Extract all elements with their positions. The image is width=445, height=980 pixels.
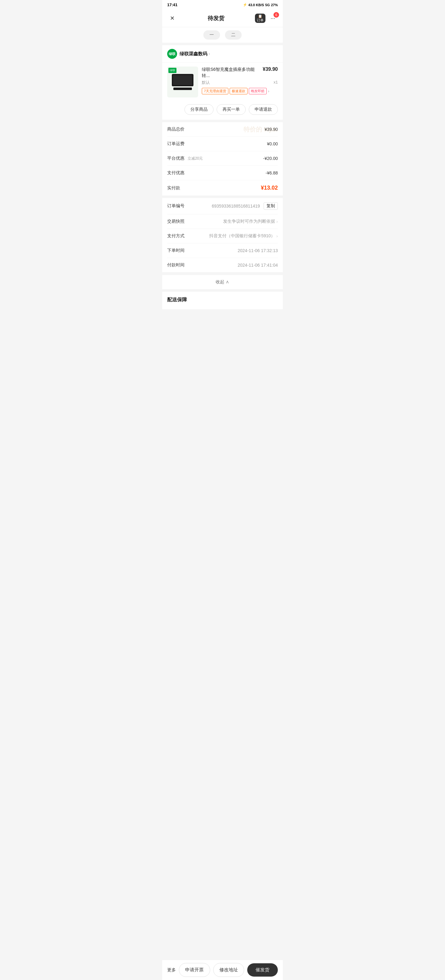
trade-value-container: 发生争议时可作为判断依据 › (223, 219, 278, 224)
order-row-pay-time: 付款时间 2024-11-06 17:41:04 (167, 258, 278, 272)
product-quantity: x1 (274, 80, 278, 84)
pay-discount-label: 支付优惠 (167, 170, 184, 176)
total-label: 商品总价 (167, 127, 184, 132)
product-device-base (173, 88, 192, 90)
notification-count: 6 (276, 13, 277, 17)
hint-label-2: 二 (231, 32, 236, 37)
header: ✕ 待发货 📋 订单 ··· 6 (162, 10, 283, 27)
bottom-spacer (162, 309, 283, 334)
signal-icon: 5G (265, 3, 270, 7)
status-bar: 17:41 ⚡ 43.0 KB/S 5G 27% (162, 0, 283, 10)
product-brand-badge: 绿联 (168, 68, 176, 73)
hint-label-1: 一 (209, 32, 214, 37)
bluetooth-icon: ⚡ (243, 3, 247, 7)
order-label: 订单 (257, 18, 264, 22)
trade-value: 发生争议时可作为判断依据 (223, 219, 275, 224)
trade-arrow-icon: › (276, 219, 278, 224)
product-image-inner: 绿联 (167, 67, 198, 97)
order-row-number: 订单编号 69359336188516811419 复制 (167, 198, 278, 215)
order-row-trade[interactable]: 交易快照 发生争议时可作为判断依据 › (167, 215, 278, 229)
shop-name: 绿联渠鑫数码 (179, 51, 207, 57)
status-icons: ⚡ 43.0 KB/S 5G 27% (243, 3, 278, 7)
shop-section: 绿联 绿联渠鑫数码 › 绿联 绿联S6智充魔盒插座多功能转... ¥39.90 … (162, 45, 283, 120)
price-row-pay-discount: 支付优惠 -¥6.88 (167, 166, 278, 180)
scroll-hint-item-2: 二 (225, 30, 242, 40)
shop-header[interactable]: 绿联 绿联渠鑫数码 › (162, 45, 283, 63)
order-row-pay-method[interactable]: 支付方式 抖音支付（中国银行储蓄卡5910） › (167, 229, 278, 243)
product-title: 绿联S6智充魔盒插座多功能转... (202, 67, 260, 79)
tag-fast: 晚发即赔 (249, 88, 267, 94)
shop-logo-text: 绿联 (169, 52, 176, 56)
platform-value: -¥20.00 (263, 156, 278, 161)
share-button[interactable]: 分享商品 (184, 104, 214, 115)
order-badge[interactable]: 📋 订单 (255, 14, 266, 23)
pay-time-label: 付款时间 (167, 262, 184, 268)
close-button[interactable]: ✕ (167, 13, 177, 23)
product-image: 绿联 (167, 67, 198, 97)
product-price: ¥39.90 (263, 67, 278, 72)
product-info: 绿联S6智充魔盒插座多功能转... ¥39.90 默认 x1 7天无理由退货 极… (202, 67, 278, 97)
product-tags: 7天无理由退货 极速退款 晚发即赔 › (202, 88, 278, 94)
price-detail: 商品总价 特价的 tejia. ¥39.90 订单运费 ¥0.00 平台优惠 立… (162, 122, 283, 196)
rebuy-button[interactable]: 再买一单 (217, 104, 245, 115)
collapse-button[interactable]: 收起 ∧ (162, 275, 283, 289)
order-no-value-container: 69359336188516811419 复制 (212, 202, 278, 210)
tag-refund: 极速退款 (230, 88, 247, 94)
product-variant: 默认 x1 (202, 80, 278, 85)
price-row-shipping: 订单运费 ¥0.00 (167, 137, 278, 151)
address-section-title: 配送保障 (167, 297, 278, 303)
status-time: 17:41 (167, 3, 177, 7)
product-item: 绿联 绿联S6智充魔盒插座多功能转... ¥39.90 默认 x1 7天无理由退… (162, 63, 283, 101)
pay-discount-value: -¥6.88 (266, 170, 278, 175)
action-buttons: 分享商品 再买一单 申请退款 (162, 101, 283, 120)
order-no-value: 69359336188516811419 (212, 204, 260, 208)
scroll-hint: 一 二 (162, 27, 283, 43)
product-device-icon (172, 74, 193, 86)
copy-button[interactable]: 复制 (264, 202, 278, 210)
notification-wrapper: ··· 6 (268, 13, 278, 23)
shop-arrow-icon: › (209, 52, 210, 56)
scroll-hint-item-1: 一 (203, 30, 220, 40)
actual-value: ¥13.02 (261, 185, 278, 191)
order-time-value: 2024-11-06 17:32:13 (238, 248, 278, 253)
shipping-label: 订单运费 (167, 141, 184, 146)
address-section: 配送保障 (162, 292, 283, 309)
price-row-actual: 实付款 ¥13.02 (167, 180, 278, 196)
order-icon: 📋 (258, 14, 262, 18)
tags-more-icon: › (268, 88, 269, 94)
pay-method-label: 支付方式 (167, 233, 184, 239)
total-value: ¥39.90 (264, 127, 278, 132)
price-rows-container: 商品总价 特价的 tejia. ¥39.90 订单运费 ¥0.00 平台优惠 立… (167, 122, 278, 196)
order-detail: 订单编号 69359336188516811419 复制 交易快照 发生争议时可… (162, 198, 283, 272)
shop-logo: 绿联 (167, 49, 177, 59)
price-row-total: 商品总价 特价的 tejia. ¥39.90 (167, 122, 278, 137)
battery-icon: 27% (271, 3, 278, 7)
tag-return: 7天无理由退货 (202, 88, 228, 94)
refund-button[interactable]: 申请退款 (249, 104, 278, 115)
pay-method-value-container: 抖音支付（中国银行储蓄卡5910） › (209, 233, 278, 239)
variant-label: 默认 (202, 80, 210, 85)
actual-label: 实付款 (167, 185, 180, 191)
order-row-order-time: 下单时间 2024-11-06 17:32:13 (167, 243, 278, 258)
shipping-value: ¥0.00 (267, 142, 278, 146)
order-no-label: 订单编号 (167, 203, 184, 209)
notification-badge: 6 (274, 12, 279, 18)
pay-method-value: 抖音支付（中国银行储蓄卡5910） (209, 233, 275, 239)
network-status: 43.0 KB/S (249, 3, 264, 7)
pay-method-arrow-icon: › (276, 234, 278, 239)
price-row-platform: 平台优惠 立减20元 -¥20.00 (167, 151, 278, 166)
collapse-label: 收起 ∧ (216, 279, 229, 284)
pay-time-value: 2024-11-06 17:41:04 (238, 262, 278, 267)
trade-label: 交易快照 (167, 219, 184, 224)
close-icon: ✕ (170, 15, 174, 22)
order-time-label: 下单时间 (167, 248, 184, 253)
platform-sub: 立减20元 (188, 156, 203, 161)
header-right: 📋 订单 ··· 6 (255, 13, 278, 23)
page-title: 待发货 (177, 14, 255, 22)
platform-label: 平台优惠 立减20元 (167, 156, 203, 161)
